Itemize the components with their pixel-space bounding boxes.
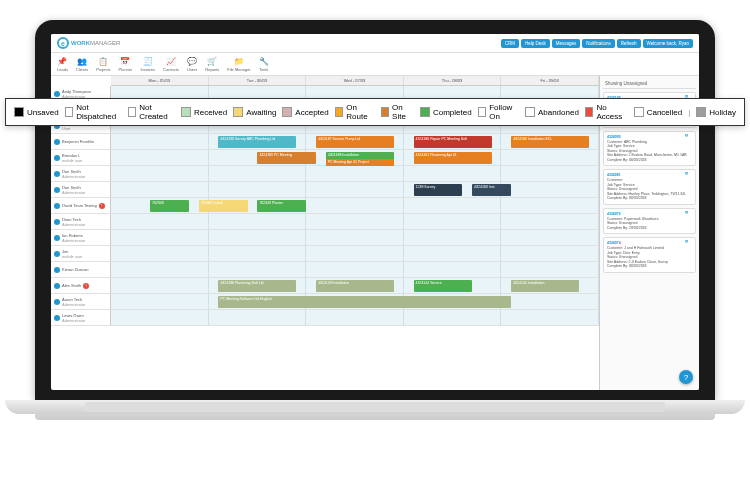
day-cell[interactable] xyxy=(404,214,502,229)
job-block[interactable]: 4324187 Service Pump Ltd xyxy=(316,136,394,148)
technician-row[interactable]: Dan SmithAdministrator xyxy=(51,166,599,182)
job-block[interactable]: 4324189 PC Meeting xyxy=(257,152,316,164)
technician-label[interactable]: Kieran Duncan xyxy=(51,262,111,277)
nav-file-manager[interactable]: 📁File Manager xyxy=(227,56,250,72)
row-cells[interactable] xyxy=(111,310,599,325)
technician-row[interactable]: Brendan Lmobile user4324189 PC Meeting43… xyxy=(51,150,599,166)
day-cell[interactable] xyxy=(501,150,599,165)
job-block[interactable]: 762349 Install xyxy=(199,200,248,212)
technician-label[interactable]: Dean TechAdministrator xyxy=(51,214,111,229)
nav-invoices[interactable]: 🧾Invoices xyxy=(140,56,155,72)
row-cells[interactable] xyxy=(111,262,599,277)
day-cell[interactable] xyxy=(306,214,404,229)
day-cell[interactable] xyxy=(111,230,209,245)
day-cell[interactable] xyxy=(111,262,209,277)
job-block[interactable]: 1239 Survey xyxy=(414,184,463,196)
nav-users[interactable]: 💬Users xyxy=(187,56,197,72)
nav-planner[interactable]: 📅Planner xyxy=(119,56,133,72)
top-btn-welcome-back-ryan[interactable]: Welcome back, Ryan xyxy=(643,39,693,48)
technician-label[interactable]: Dan SmithAdministrator xyxy=(51,166,111,181)
day-cell[interactable] xyxy=(404,310,502,325)
day-cell[interactable] xyxy=(404,166,502,181)
day-cell[interactable] xyxy=(209,262,307,277)
day-header[interactable]: Thu - 08/03 xyxy=(404,76,502,85)
day-cell[interactable] xyxy=(404,198,502,213)
technician-label[interactable]: Aaron TechAdministrator xyxy=(51,294,111,309)
day-cell[interactable] xyxy=(111,278,209,293)
alert-icon[interactable]: ! xyxy=(83,283,89,289)
row-cells[interactable]: 4324190 Survey ABC Plumbing Ltd4324187 S… xyxy=(111,134,599,149)
day-cell[interactable] xyxy=(111,150,209,165)
unassigned-job-card[interactable]: ⛨4324076Customer: Paperwork ShowbizcsSta… xyxy=(603,208,696,235)
day-cell[interactable] xyxy=(111,182,209,197)
top-btn-help-desk[interactable]: Help Desk xyxy=(521,39,550,48)
job-block[interactable]: 4324144 Installation xyxy=(511,280,579,292)
day-cell[interactable] xyxy=(111,134,209,149)
top-btn-messages[interactable]: Messages xyxy=(552,39,581,48)
technician-row[interactable]: Jimmobile user xyxy=(51,246,599,262)
day-cell[interactable] xyxy=(209,230,307,245)
job-block[interactable]: 4324160 Installation ECL xyxy=(511,136,589,148)
day-cell[interactable] xyxy=(306,310,404,325)
day-cell[interactable] xyxy=(404,230,502,245)
day-cell[interactable] xyxy=(306,198,404,213)
nav-tools[interactable]: 🔧Tools xyxy=(259,56,269,72)
row-cells[interactable]: 4324186 Plastering Soft Ltd4324149 Insta… xyxy=(111,278,599,293)
day-cell[interactable] xyxy=(111,310,209,325)
day-cell[interactable] xyxy=(501,230,599,245)
technician-label[interactable]: Brendan Lmobile user xyxy=(51,150,111,165)
technician-row[interactable]: Aaron TechAdministratorPC Meeting Softwa… xyxy=(51,294,599,310)
day-header[interactable]: Wed - 07/03 xyxy=(306,76,404,85)
nav-reports[interactable]: 🛒Reports xyxy=(205,56,219,72)
day-cell[interactable] xyxy=(209,182,307,197)
day-cell[interactable] xyxy=(404,262,502,277)
technician-row[interactable]: Alex Smith!4324186 Plastering Soft Ltd43… xyxy=(51,278,599,294)
day-cell[interactable] xyxy=(209,214,307,229)
technician-row[interactable]: Dan SmithAdministrator1239 Survey4324160… xyxy=(51,182,599,198)
technician-row[interactable]: Kieran Duncan xyxy=(51,262,599,278)
day-cell[interactable] xyxy=(209,246,307,261)
alert-icon[interactable]: ! xyxy=(99,203,105,209)
day-cell[interactable] xyxy=(306,182,404,197)
job-block[interactable]: 4324190 Survey ABC Plumbing Ltd xyxy=(218,136,296,148)
day-cell[interactable] xyxy=(501,214,599,229)
day-cell[interactable] xyxy=(404,246,502,261)
job-block[interactable]: 762349 xyxy=(150,200,189,212)
day-cell[interactable] xyxy=(501,246,599,261)
unassigned-job-card[interactable]: ⛨4324095Customer: ABC PlumbingJob Type: … xyxy=(603,131,696,167)
top-btn-refresh[interactable]: Refresh xyxy=(617,39,641,48)
top-btn-crm[interactable]: CRM xyxy=(501,39,519,48)
technician-row[interactable]: Lewis OwenAdministrator xyxy=(51,310,599,326)
job-block[interactable]: 762349 Plaster xyxy=(257,200,306,212)
top-btn-notifications[interactable]: Notifications xyxy=(582,39,615,48)
day-cell[interactable] xyxy=(306,246,404,261)
technician-row[interactable]: David Team Testing!762349762349 Install7… xyxy=(51,198,599,214)
day-cell[interactable] xyxy=(501,310,599,325)
nav-contacts[interactable]: 📈Contacts xyxy=(163,56,179,72)
day-cell[interactable] xyxy=(501,262,599,277)
job-block[interactable]: PC Meeting Software Ltd English xyxy=(218,296,511,308)
technician-row[interactable]: Benjamin Franklin4324190 Survey ABC Plum… xyxy=(51,134,599,150)
job-block[interactable]: 4324186 Repair PC Meeting Soft xyxy=(414,136,492,148)
technician-label[interactable]: David Team Testing! xyxy=(51,198,111,213)
technician-label[interactable]: Benjamin Franklin xyxy=(51,134,111,149)
day-header[interactable]: Tue - 06/03 xyxy=(209,76,307,85)
row-cells[interactable] xyxy=(111,214,599,229)
row-cells[interactable] xyxy=(111,230,599,245)
job-block[interactable]: 4324161 Plastering Apt 41 xyxy=(414,152,492,164)
help-fab[interactable]: ? xyxy=(679,370,693,384)
unassigned-job-card[interactable]: ⛨4324074Customer: J and H Falmouth Limit… xyxy=(603,237,696,273)
planner-rows[interactable]: Andy ThompsonAdministratorAryan Test use… xyxy=(51,86,599,388)
day-cell[interactable] xyxy=(501,166,599,181)
technician-row[interactable]: Ian RobertsAdministrator xyxy=(51,230,599,246)
technician-label[interactable]: Alex Smith! xyxy=(51,278,111,293)
day-cell[interactable] xyxy=(111,214,209,229)
unassigned-job-card[interactable]: ⛨4324081Customer:Job Type: ServiceStatus… xyxy=(603,169,696,205)
job-block[interactable]: 4324144 Service xyxy=(414,280,473,292)
job-block[interactable]: 4324186 Plastering Soft Ltd xyxy=(218,280,296,292)
technician-label[interactable]: Lewis OwenAdministrator xyxy=(51,310,111,325)
nav-clients[interactable]: 👥Clients xyxy=(76,56,88,72)
day-cell[interactable] xyxy=(209,310,307,325)
day-cell[interactable] xyxy=(111,246,209,261)
nav-projects[interactable]: 📋Projects xyxy=(96,56,110,72)
